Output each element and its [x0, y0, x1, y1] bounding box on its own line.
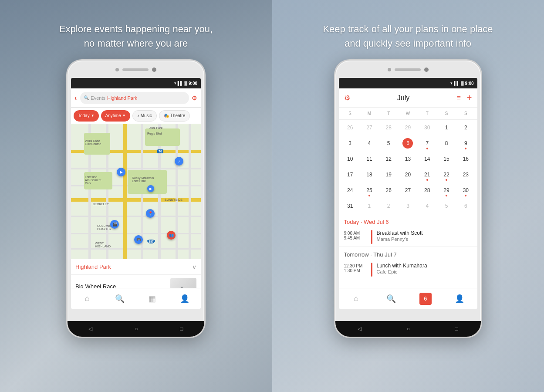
map-pin-music[interactable]: ♪ [175, 157, 183, 166]
cal-cell-2b[interactable]: 2 [379, 199, 398, 213]
cal-cell-6-today[interactable]: 6 [398, 136, 417, 150]
cal-cell-22[interactable]: 22 [437, 168, 456, 182]
cal-cell-4[interactable]: 4 [360, 136, 379, 150]
cal-cell-2[interactable]: 2 [456, 121, 475, 135]
cal-cell-14[interactable]: 14 [418, 152, 437, 166]
filter-bar: Today ▼ Anytime ▼ ♪ Music 🎭 Theatre [71, 108, 201, 124]
nav-calendar[interactable]: ▦ [146, 293, 158, 305]
status-time-right: 9:00 [465, 81, 473, 86]
cal-cell-9[interactable]: 9 [456, 136, 475, 150]
cal-cell-30b[interactable]: 30 [456, 183, 475, 197]
android-recent[interactable]: □ [180, 326, 183, 332]
back-button[interactable]: ‹ [74, 94, 77, 102]
event-end-breakfast: 9:45 AM [344, 236, 367, 240]
chevron-icon: ∨ [192, 264, 196, 270]
map-pin-people[interactable]: 👥 [167, 231, 176, 240]
cal-cell-17[interactable]: 17 [341, 168, 360, 182]
phone-speaker-right [388, 68, 429, 72]
android-back-right[interactable]: ◁ [358, 326, 362, 332]
filter-icon[interactable]: ⚙ [192, 95, 197, 101]
cal-cell-8[interactable]: 8 [437, 136, 456, 150]
cal-cell-6b[interactable]: 6 [456, 199, 475, 213]
cal-cell-29[interactable]: 29 [398, 121, 417, 135]
cal-cell-27[interactable]: 27 [360, 121, 379, 135]
map-label-regis: Regis Blvd [147, 132, 162, 135]
cal-nav-calendar-badge[interactable]: 6 [419, 293, 432, 305]
map-pin-game[interactable]: 🎮 [134, 235, 143, 244]
cal-cell-26b[interactable]: 26 [379, 183, 398, 197]
tomorrow-label: Tomorrow · Thu Jul 7 [344, 251, 397, 258]
map-pin-film[interactable]: 🎬 [110, 220, 119, 229]
cal-week-4: 17 18 19 20 21 22 23 [341, 167, 476, 182]
cal-cell-27b[interactable]: 27 [398, 183, 417, 197]
cal-cell-26[interactable]: 26 [341, 121, 360, 135]
cal-cell-18[interactable]: 18 [360, 168, 379, 182]
cal-cell-31[interactable]: 31 [341, 199, 360, 213]
right-headline-line2: and quickly see important info [345, 38, 471, 49]
cal-cell-20[interactable]: 20 [398, 168, 417, 182]
cal-cell-10[interactable]: 10 [341, 152, 360, 166]
anytime-filter[interactable]: Anytime ▼ [101, 110, 130, 122]
today-events: 9:00 AM 9:45 AM Breakfast with Scott Mam… [339, 227, 477, 247]
cal-cell-25[interactable]: 25 [360, 183, 379, 197]
cal-nav-search[interactable]: 🔍 [384, 292, 398, 306]
cal-cell-16[interactable]: 16 [456, 152, 475, 166]
cal-cell-11[interactable]: 11 [360, 152, 379, 166]
event-lunch[interactable]: 12:30 PM 1:30 PM Lunch with Kumahara Caf… [339, 260, 477, 279]
cal-cell-12[interactable]: 12 [379, 152, 398, 166]
map-label-berkeley: BERKELEY [93, 203, 109, 206]
map-label-rocky: Rocky MountainLake Park [132, 176, 154, 182]
cal-cell-21[interactable]: 21 [418, 168, 437, 182]
cal-cell-15[interactable]: 15 [437, 152, 456, 166]
android-home-right[interactable]: ○ [407, 326, 410, 332]
map-view[interactable]: Willis CaseGolf Course Regis Blvd Zuni P… [71, 124, 201, 259]
cal-cell-5[interactable]: 5 [379, 136, 398, 150]
panel-divider [272, 0, 272, 392]
cal-cell-3b[interactable]: 3 [398, 199, 417, 213]
event-loc-breakfast: Mama Penny's [377, 237, 472, 242]
map-pin-location[interactable]: 📍 [146, 209, 155, 218]
nav-profile[interactable]: 👤 [179, 293, 191, 305]
cal-cell-28b[interactable]: 28 [418, 183, 437, 197]
cal-cell-5b[interactable]: 5 [437, 199, 456, 213]
cal-week-2: 3 4 5 6 7 8 9 [341, 135, 476, 151]
cal-cell-13[interactable]: 13 [398, 152, 417, 166]
map-label-highland: WESTHIGHLAND [95, 242, 111, 248]
signal-icon: ▌▌ [178, 81, 183, 85]
today-section-header: Today · Wed Jul 6 [339, 214, 477, 227]
cal-cell-24[interactable]: 24 [341, 183, 360, 197]
today-filter[interactable]: Today ▼ [74, 110, 99, 122]
android-back[interactable]: ◁ [88, 326, 92, 332]
event-breakfast[interactable]: 9:00 AM 9:45 AM Breakfast with Scott Mam… [339, 227, 477, 247]
cal-nav-profile[interactable]: 👤 [453, 292, 466, 306]
cal-nav-home[interactable]: ⌂ [349, 292, 363, 306]
status-icons: ▾ ▌▌ ▓ 9:00 [174, 81, 197, 86]
cal-cell-23[interactable]: 23 [456, 168, 475, 182]
add-event-icon[interactable]: + [467, 93, 472, 103]
list-view-icon[interactable]: ≡ [456, 94, 460, 102]
settings-icon[interactable]: ⚙ [344, 94, 350, 102]
tomorrow-section-header: Tomorrow · Thu Jul 7 [339, 247, 477, 260]
cal-cell-29b[interactable]: 29 [437, 183, 456, 197]
cal-cell-30[interactable]: 30 [418, 121, 437, 135]
cal-cell-3[interactable]: 3 [341, 136, 360, 150]
cal-cell-19[interactable]: 19 [379, 168, 398, 182]
highway-287: 287 [147, 240, 155, 243]
today-label: Today [78, 113, 90, 118]
place-header[interactable]: Highland Park ∨ [71, 259, 201, 275]
android-home[interactable]: ○ [135, 326, 138, 332]
cal-cell-7[interactable]: 7 [418, 136, 437, 150]
theatre-filter[interactable]: 🎭 Theatre [159, 110, 190, 122]
nav-home[interactable]: ⌂ [81, 293, 93, 305]
map-pin-video[interactable]: ▶ [117, 168, 125, 176]
android-recent-right[interactable]: □ [455, 326, 458, 332]
search-bar[interactable]: 🔍 Events Highland Park [80, 92, 189, 104]
cal-cell-4b[interactable]: 4 [418, 199, 437, 213]
cal-cell-1b[interactable]: 1 [360, 199, 379, 213]
map-pin-small[interactable]: ▶ [147, 185, 154, 192]
status-bar-left: ▾ ▌▌ ▓ 9:00 [71, 78, 201, 88]
cal-cell-28[interactable]: 28 [379, 121, 398, 135]
cal-cell-1[interactable]: 1 [437, 121, 456, 135]
music-filter[interactable]: ♪ Music [132, 110, 157, 122]
nav-search[interactable]: 🔍 [114, 293, 126, 305]
